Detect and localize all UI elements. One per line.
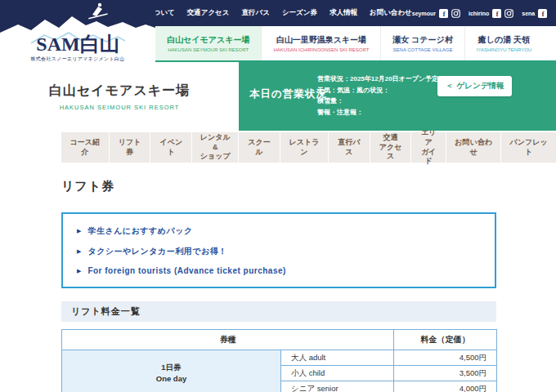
main-content: リフト券 ▶ 学生さんにおすすめパック ▶ タクシーやレンタカー利用でお得！ ▶…: [61, 179, 496, 392]
logo-title: SAM白山: [0, 34, 155, 54]
instagram-icon[interactable]: [451, 9, 460, 18]
age-category-cell: 小人 child: [281, 366, 394, 381]
tab-sublabel: SENA COTTAGE VILLAGE: [393, 47, 453, 52]
top-nav-season-pass[interactable]: シーズン券: [282, 8, 317, 18]
table-row: 1日券 One day 大人 adult 4,500円: [62, 350, 497, 366]
ticket-group-one-day: 1日券 One day: [62, 350, 281, 392]
main-nav: コース紹介 リフト券 イベント レンタル& ショップ スクール レストラン 直行…: [0, 132, 556, 163]
top-nav-contact[interactable]: お問い合わせ: [370, 8, 412, 18]
facebook-icon[interactable]: f: [492, 9, 501, 18]
status-panel-title: 本日の営業状況: [249, 87, 327, 101]
nav-item-courses[interactable]: コース紹介: [61, 132, 109, 163]
column-header-ticket-type: 券種: [62, 330, 394, 350]
lift-price-table: 券種 料金（定価） 1日券 One day 大人 adult 4,500円 小人…: [61, 329, 497, 392]
page-title: リフト券: [61, 179, 496, 194]
top-nav-access[interactable]: 交通アクセス: [187, 8, 230, 18]
tab-sublabel: HAKUSAN SEYMOUR SKI RESORT: [168, 47, 249, 52]
tab-label: 癒しの湯 天領: [478, 34, 530, 46]
site-tabs: 白山セイモアスキー場 HAKUSAN SEYMOUR SKI RESORT 白山…: [155, 26, 556, 62]
top-nav-bus[interactable]: 直行バス: [241, 8, 269, 18]
svg-text:f: f: [443, 10, 446, 17]
sns-sena-label: sena: [522, 11, 535, 16]
chevron-left-icon: ＜: [446, 81, 454, 91]
status-line-weather: 天気：気温：風の状況：: [317, 85, 438, 96]
price-cell: 3,500円: [394, 366, 497, 381]
status-line-warning: 警報・注意報：: [317, 107, 438, 118]
instagram-icon[interactable]: [504, 9, 513, 18]
sns-sena: sena f: [522, 9, 547, 18]
tab-sublabel: IYASHINOYU TENRYOU: [477, 47, 531, 52]
resort-subtitle: HAKUSAN SEIMOUR SKI RESORT: [60, 104, 180, 111]
nav-item-access[interactable]: 交通 アクセス: [370, 132, 411, 163]
sns-seymour-label: seymour: [412, 11, 436, 16]
link-student-pack[interactable]: ▶ 学生さんにおすすめパック: [77, 225, 481, 237]
logo-text: SAM白山 株式会社スノーエリアマネジメント白山: [0, 34, 155, 63]
nav-item-rental-shop[interactable]: レンタル& ショップ: [192, 132, 238, 163]
gelande-button-label: ゲレンデ情報: [457, 81, 504, 91]
top-nav-jobs[interactable]: 求人情報: [330, 8, 357, 18]
resort-header: 白山セイモアスキー場 HAKUSAN SEIMOUR SKI RESORT 本日…: [0, 62, 556, 131]
nav-item-restaurant[interactable]: レストラン: [280, 132, 328, 163]
tab-sublabel: HAKUSAN ICHIRINOONSEN SKI RESORT: [273, 47, 369, 52]
sns-ichirino: ichirino f: [469, 9, 513, 18]
age-category-cell: シニア senior: [281, 381, 394, 392]
sns-seymour: seymour f: [412, 9, 460, 18]
resort-title: 白山セイモアスキー場: [49, 82, 190, 100]
facebook-icon[interactable]: f: [439, 9, 448, 18]
link-foreign-tourists[interactable]: ▶ For foreign tourists (Advance ticket p…: [77, 266, 481, 275]
column-header-price: 料金（定価）: [394, 330, 497, 350]
tab-label: 白山セイモアスキー場: [167, 34, 249, 46]
sns-ichirino-label: ichirino: [469, 11, 489, 16]
quick-links-box: ▶ 学生さんにおすすめパック ▶ タクシーやレンタカー利用でお得！ ▶ For …: [61, 212, 496, 288]
nav-item-direct-bus[interactable]: 直行バス: [329, 132, 369, 163]
tab-label: 白山一里野温泉スキー場: [276, 34, 366, 46]
site-logo[interactable]: SAM白山 株式会社スノーエリアマネジメント白山: [0, 0, 155, 65]
tab-label: 瀬女 コテージ村: [392, 34, 452, 46]
table-header-row: 券種 料金（定価）: [62, 330, 497, 350]
tab-ichirino[interactable]: 白山一里野温泉スキー場 HAKUSAN ICHIRINOONSEN SKI RE…: [261, 26, 380, 60]
logo-subtitle: 株式会社スノーエリアマネジメント白山: [0, 56, 155, 63]
arrow-right-icon: ▶: [77, 248, 81, 255]
nav-item-lift-tickets[interactable]: リフト券: [110, 132, 150, 163]
price-cell: 4,500円: [394, 350, 497, 366]
tab-seymour[interactable]: 白山セイモアスキー場 HAKUSAN SEYMOUR SKI RESORT: [155, 26, 261, 60]
link-label: タクシーやレンタカー利用でお得！: [87, 246, 226, 257]
nav-item-school[interactable]: スクール: [239, 132, 280, 163]
nav-item-events[interactable]: イベント: [150, 132, 191, 163]
status-line-snow: 積雪量：: [317, 96, 438, 107]
status-line-operation: 営業状況：2025年12月20日オープン予定: [317, 74, 438, 85]
nav-item-pamphlet[interactable]: パンフレット: [501, 132, 556, 163]
arrow-right-icon: ▶: [77, 228, 81, 234]
link-taxi-rentacar[interactable]: ▶ タクシーやレンタカー利用でお得！: [77, 246, 481, 257]
section-heading-lift-prices: リフト料金一覧: [61, 301, 496, 322]
tab-sena-cottage[interactable]: 瀬女 コテージ村 SENA COTTAGE VILLAGE: [380, 26, 464, 60]
link-label: For foreign tourists (Advance ticket pur…: [87, 266, 286, 275]
link-label: 学生さんにおすすめパック: [87, 225, 192, 237]
facebook-icon[interactable]: f: [538, 9, 547, 18]
svg-text:f: f: [542, 10, 545, 17]
top-nav: SAM白山について 交通アクセス 直行バス シーズン券 求人情報 お問い合わせ: [117, 8, 412, 18]
status-panel: 本日の営業状況 営業状況：2025年12月20日オープン予定 天気：気温：風の状…: [239, 62, 556, 131]
top-right-cluster: seymour f ichirino f sena f English 言語を選…: [412, 0, 556, 31]
price-cell: 4,000円: [394, 381, 497, 392]
gelande-info-button[interactable]: ＜ ゲレンデ情報: [437, 76, 512, 96]
svg-text:f: f: [496, 10, 499, 17]
status-details: 営業状況：2025年12月20日オープン予定 天気：気温：風の状況： 積雪量： …: [317, 74, 438, 118]
nav-item-contact[interactable]: お問い合わせ: [446, 132, 500, 163]
age-category-cell: 大人 adult: [281, 350, 394, 366]
arrow-right-icon: ▶: [77, 268, 81, 274]
resort-title-block: 白山セイモアスキー場 HAKUSAN SEIMOUR SKI RESORT: [0, 62, 239, 131]
nav-item-area-guide[interactable]: エリア ガイド: [411, 132, 445, 163]
tab-tenryou[interactable]: 癒しの湯 天領 IYASHINOYU TENRYOU: [464, 26, 543, 60]
